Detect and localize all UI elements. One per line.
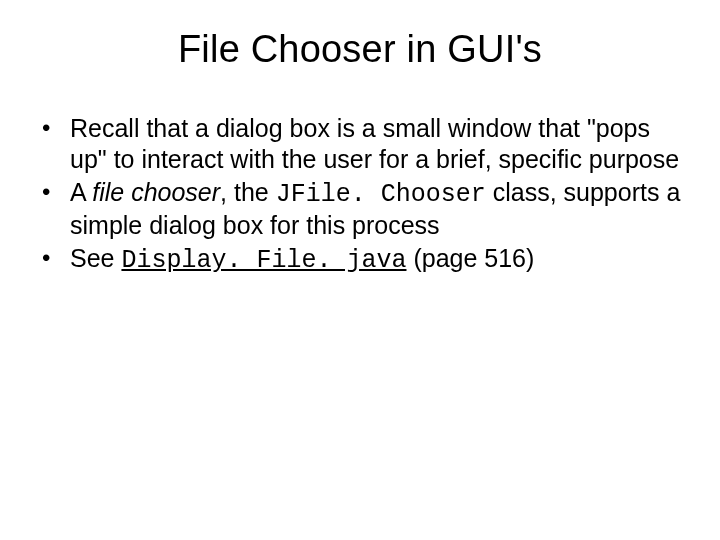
bullet-item: See Display. File. java (page 516) [36,243,688,276]
bullet-text: A [70,178,92,206]
bullet-item: A file chooser, the JFile. Chooser class… [36,177,688,241]
bullet-item: Recall that a dialog box is a small wind… [36,113,688,175]
slide: File Chooser in GUI's Recall that a dial… [0,0,720,540]
code-text: JFile. Chooser [276,180,486,209]
bullet-text: See [70,244,121,272]
slide-title: File Chooser in GUI's [28,28,692,71]
bullet-text: , the [220,178,276,206]
italic-text: file chooser [92,178,220,206]
bullet-text: (page 516) [406,244,534,272]
code-link[interactable]: Display. File. java [121,246,406,275]
bullet-text: Recall that a dialog box is a small wind… [70,114,679,173]
bullet-list: Recall that a dialog box is a small wind… [28,113,692,276]
